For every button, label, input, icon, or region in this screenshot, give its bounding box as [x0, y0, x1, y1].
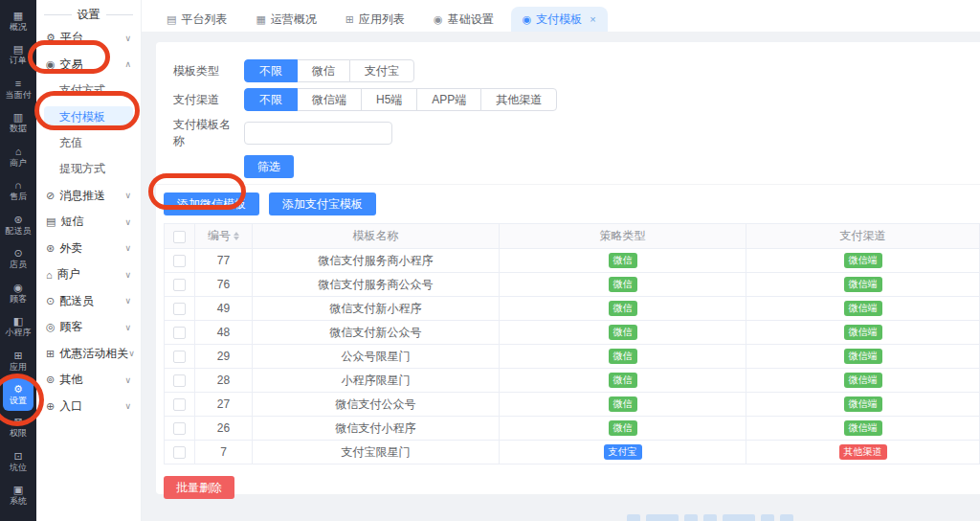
- row-checkbox[interactable]: [173, 279, 186, 291]
- channel-tag: 微信端: [844, 373, 882, 388]
- template-type-alipay-button[interactable]: 支付宝: [349, 59, 414, 82]
- tab-pay-template[interactable]: ◉支付模板×: [511, 7, 608, 32]
- menu-item-trade[interactable]: ◉交易∧: [36, 52, 141, 79]
- sidebar-item-after-sale[interactable]: ∩售后: [0, 174, 36, 209]
- template-type-wechat-button[interactable]: 微信: [297, 59, 350, 82]
- menu-item-message-push[interactable]: ⊘消息推送∨: [36, 183, 141, 210]
- divider: [106, 14, 134, 15]
- sidebar-item-face-pay[interactable]: ≡当面付: [0, 72, 36, 106]
- pagination-cutoff[interactable]: [627, 514, 793, 521]
- menu-item-takeout[interactable]: ⊛外卖∨: [36, 236, 141, 262]
- strategy-tag: 微信: [609, 325, 637, 340]
- menu-item-recharge[interactable]: 充值: [36, 130, 141, 157]
- divider: [44, 14, 72, 15]
- sidebar-item-orders[interactable]: ▤订单: [0, 38, 36, 73]
- menu-item-pay-method[interactable]: 支付方式: [36, 78, 141, 104]
- sidebar-item-settings[interactable]: ⚙设置: [3, 378, 33, 411]
- close-icon[interactable]: ×: [590, 13, 595, 25]
- promo-icon: ⊞: [46, 348, 55, 360]
- select-all-checkbox[interactable]: [173, 231, 186, 243]
- filter-row-template-type: 模板类型 不限 微信 支付宝: [173, 59, 980, 82]
- merchant-icon: ⌂: [46, 269, 53, 281]
- sidebar-item-merchant[interactable]: ⌂商户: [0, 140, 36, 174]
- add-wechat-template-button[interactable]: 添加微信模板: [164, 193, 259, 215]
- table-header-row: 编号 模板名称 策略类型 支付渠道: [165, 224, 980, 249]
- template-name-input[interactable]: [244, 122, 392, 145]
- sidebar-item-label: 概况: [10, 23, 27, 32]
- menu-item-withdraw[interactable]: 提现方式: [36, 156, 141, 183]
- menu-item-customer[interactable]: ◎顾客∨: [36, 314, 141, 341]
- filter-row-pay-channel: 支付渠道 不限 微信端 H5端 APP端 其他渠道: [173, 88, 980, 111]
- row-name: 支付宝限星门: [253, 441, 500, 464]
- menu-item-entry[interactable]: ⊕入口∨: [36, 394, 141, 420]
- sidebar-item-courier[interactable]: ⊛配送员: [0, 208, 36, 242]
- channel-tag: 微信端: [844, 420, 882, 436]
- channel-tag: 其他渠道: [839, 444, 887, 460]
- menu-item-merchant[interactable]: ⌂商户∨: [36, 261, 141, 288]
- settings-sidebar: 设置 ⚙平台∨ ◉交易∧ 支付方式 支付模板 充值 提现方式 ⊘消息推送∨ ▤短…: [36, 0, 142, 521]
- chevron-up-icon: ∧: [124, 59, 131, 69]
- filter-submit-button[interactable]: 筛选: [244, 155, 294, 178]
- sidebar-item-overview[interactable]: ▦概况: [0, 4, 36, 38]
- row-checkbox[interactable]: [173, 255, 186, 267]
- batch-delete-button[interactable]: 批量删除: [164, 476, 234, 499]
- channel-app-button[interactable]: APP端: [416, 88, 481, 111]
- sort-icon[interactable]: [234, 232, 239, 240]
- sidebar-item-label: 系统: [10, 497, 27, 506]
- table-row: 29 公众号限星门 微信 微信端: [165, 345, 980, 369]
- sidebar-item-staff[interactable]: ⊙店员: [0, 242, 36, 277]
- staff-icon: ⊙: [13, 248, 22, 259]
- row-checkbox[interactable]: [173, 374, 186, 387]
- sidebar-item-system[interactable]: ▣系统: [0, 479, 36, 513]
- permission-icon: ⊠: [13, 417, 22, 427]
- table-row: 7 支付宝限星门 支付宝 其他渠道: [165, 441, 980, 464]
- row-checkbox[interactable]: [173, 351, 186, 363]
- sidebar-item-slot[interactable]: ⊡坑位: [0, 444, 36, 479]
- icon-sidebar: ▦概况 ▤订单 ≡当面付 ▥数据 ⌂商户 ∩售后 ⊛配送员 ⊙店员 ◉顾客 ◧小…: [0, 0, 36, 521]
- gear-icon: ⚙: [46, 32, 56, 44]
- strategy-tag: 微信: [609, 277, 637, 292]
- sidebar-item-permission[interactable]: ⊠权限: [0, 411, 36, 445]
- tab-platform-list[interactable]: ▤平台列表: [155, 7, 238, 32]
- column-header-strategy: 策略类型: [500, 224, 746, 249]
- row-name: 微信支付公众号: [253, 393, 500, 417]
- row-id: 29: [195, 345, 253, 369]
- channel-tag: 微信端: [844, 301, 882, 316]
- chevron-down-icon: ∨: [124, 323, 131, 332]
- sidebar-item-customer[interactable]: ◉顾客: [0, 276, 36, 310]
- channel-wechat-button[interactable]: 微信端: [297, 88, 362, 111]
- mini-program-icon: ◧: [13, 316, 23, 327]
- row-id: 27: [195, 393, 253, 417]
- row-checkbox[interactable]: [173, 398, 186, 411]
- sidebar-item-label: 店员: [10, 260, 27, 269]
- tab-operation-overview[interactable]: ▦运营概况: [244, 7, 327, 32]
- menu-item-pay-template[interactable]: 支付模板: [44, 106, 133, 128]
- add-alipay-template-button[interactable]: 添加支付宝模板: [269, 193, 376, 215]
- menu-item-sms[interactable]: ▤短信∨: [36, 209, 141, 236]
- menu-item-courier[interactable]: ⊙配送员∨: [36, 288, 141, 315]
- template-type-all-button[interactable]: 不限: [244, 59, 298, 82]
- sidebar-item-mini-program[interactable]: ◧小程序: [0, 310, 36, 345]
- channel-h5-button[interactable]: H5端: [361, 88, 417, 111]
- strategy-tag: 微信: [609, 420, 637, 436]
- channel-other-button[interactable]: 其他渠道: [480, 88, 557, 111]
- menu-item-promo[interactable]: ⊞优惠活动相关∨: [36, 341, 141, 368]
- grid-icon: ▦: [256, 13, 265, 26]
- menu-item-platform[interactable]: ⚙平台∨: [36, 25, 141, 52]
- sidebar-item-data[interactable]: ▥数据: [0, 106, 36, 141]
- sidebar-item-apps[interactable]: ⊞应用: [0, 344, 36, 378]
- row-id: 26: [195, 417, 253, 441]
- person-icon: ◉: [434, 13, 443, 26]
- tab-basic-settings[interactable]: ◉基础设置: [422, 7, 505, 32]
- menu-item-other[interactable]: ⊚其他∨: [36, 367, 141, 394]
- table-row: 76 微信支付服务商公众号 微信 微信端: [165, 273, 980, 297]
- row-checkbox[interactable]: [173, 303, 186, 315]
- channel-all-button[interactable]: 不限: [244, 88, 298, 111]
- row-name: 微信支付新小程序: [253, 297, 500, 321]
- tab-app-list[interactable]: ⊞应用列表: [334, 7, 416, 32]
- row-checkbox[interactable]: [173, 327, 186, 339]
- column-header-id[interactable]: 编号: [208, 229, 231, 242]
- row-checkbox[interactable]: [173, 446, 186, 459]
- filter-label: 支付模板名称: [173, 117, 234, 149]
- row-checkbox[interactable]: [173, 422, 186, 435]
